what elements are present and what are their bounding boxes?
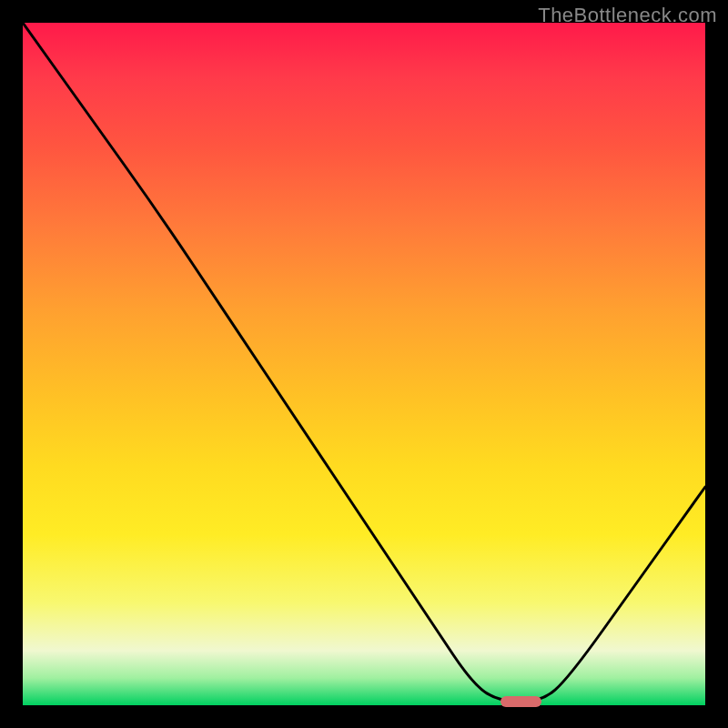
plot-area xyxy=(23,23,705,705)
bottleneck-curve xyxy=(23,23,705,702)
optimal-marker xyxy=(500,696,541,707)
curve-svg xyxy=(23,23,705,705)
chart-container: TheBottleneck.com xyxy=(0,0,728,728)
